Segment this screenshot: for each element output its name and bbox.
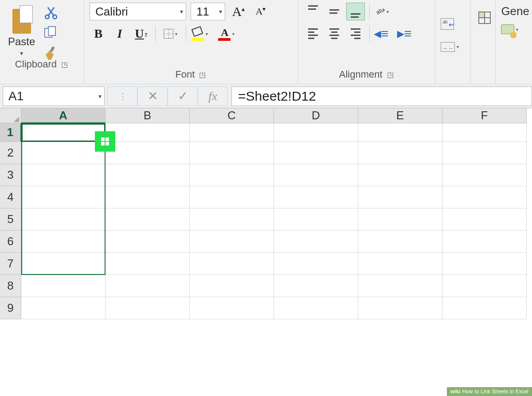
decrease-indent-button[interactable]: ◀	[374, 28, 395, 39]
cell[interactable]	[106, 123, 190, 142]
row-header[interactable]: 7	[0, 253, 21, 275]
cell[interactable]	[21, 275, 106, 297]
cancel-formula-button[interactable]: ✕	[137, 86, 168, 106]
cell[interactable]	[442, 186, 527, 208]
cell[interactable]	[21, 231, 106, 253]
row-header[interactable]: 9	[0, 297, 21, 319]
chevron-down-icon[interactable]: ▾	[232, 31, 235, 36]
cell[interactable]	[190, 253, 274, 275]
chevron-down-icon[interactable]: ▾	[145, 31, 147, 36]
cell[interactable]	[274, 231, 358, 253]
column-header[interactable]: E	[358, 108, 442, 123]
alignment-dialog-launcher[interactable]: ◳	[386, 70, 395, 80]
cut-button[interactable]	[42, 5, 60, 20]
conditional-formatting-button[interactable]	[473, 8, 496, 27]
cell[interactable]	[106, 208, 190, 231]
cell[interactable]	[358, 186, 442, 208]
cell[interactable]	[21, 142, 106, 164]
cell[interactable]	[190, 297, 274, 319]
cell[interactable]	[442, 123, 527, 142]
cell[interactable]	[442, 253, 527, 275]
cell[interactable]	[21, 253, 106, 275]
fill-color-button[interactable]: ▾	[192, 25, 215, 43]
cell[interactable]	[274, 186, 358, 208]
row-header[interactable]: 5	[0, 208, 21, 231]
cell[interactable]	[442, 142, 527, 164]
row-header[interactable]: 4	[0, 186, 21, 208]
cell[interactable]	[106, 231, 190, 253]
enter-formula-button[interactable]: ✓	[168, 86, 198, 106]
cell[interactable]	[106, 142, 190, 164]
paste-button[interactable]: Paste ▾	[5, 3, 38, 59]
increase-indent-button[interactable]: ▶	[397, 28, 418, 39]
cell[interactable]	[190, 231, 274, 253]
cell[interactable]	[358, 208, 442, 231]
chevron-down-icon[interactable]: ▾	[516, 27, 518, 32]
cell[interactable]	[274, 142, 358, 164]
chevron-down-icon[interactable]: ▾	[457, 44, 459, 49]
increase-font-button[interactable]: A▴	[230, 3, 247, 20]
align-left-button[interactable]	[304, 25, 322, 43]
font-dialog-launcher[interactable]: ◳	[198, 70, 207, 80]
row-header[interactable]: 6	[0, 231, 21, 253]
cell[interactable]	[358, 275, 442, 297]
cell[interactable]	[190, 142, 274, 164]
column-header[interactable]: A	[21, 108, 106, 123]
select-all-corner[interactable]	[0, 108, 21, 123]
cell[interactable]	[358, 253, 442, 275]
italic-button[interactable]: I	[111, 25, 129, 43]
orientation-button[interactable]: ab ▾	[374, 6, 396, 17]
cell[interactable]	[190, 275, 274, 297]
cell[interactable]	[358, 231, 442, 253]
chevron-down-icon[interactable]: ▾	[206, 31, 208, 36]
align-right-button[interactable]	[346, 25, 365, 43]
cell[interactable]	[358, 164, 442, 186]
chevron-down-icon[interactable]: ▾	[175, 31, 177, 36]
align-top-button[interactable]	[304, 3, 322, 20]
cell[interactable]	[274, 123, 358, 142]
column-header[interactable]: C	[190, 108, 274, 123]
bold-button[interactable]: B	[90, 25, 107, 43]
cell[interactable]	[190, 164, 274, 186]
cell[interactable]	[358, 123, 442, 142]
insert-function-button[interactable]: fx	[198, 86, 228, 106]
cell[interactable]	[274, 275, 358, 297]
font-color-button[interactable]: A ▾	[218, 25, 241, 43]
row-header[interactable]: 8	[0, 275, 21, 297]
decrease-font-button[interactable]: A▾	[252, 3, 270, 20]
row-header[interactable]: 3	[0, 164, 21, 186]
cell[interactable]	[106, 297, 190, 319]
cell[interactable]	[442, 208, 527, 231]
cell[interactable]	[358, 142, 442, 164]
font-name-combo[interactable]: Calibri ▾	[90, 3, 186, 20]
column-header[interactable]: F	[442, 108, 527, 123]
cell[interactable]	[190, 208, 274, 231]
chevron-down-icon[interactable]: ▾	[387, 9, 389, 14]
cell[interactable]	[358, 297, 442, 319]
cell[interactable]	[21, 164, 106, 186]
cell[interactable]	[106, 275, 190, 297]
cell[interactable]	[21, 208, 106, 231]
cell[interactable]	[106, 186, 190, 208]
cell[interactable]	[21, 123, 106, 142]
cell[interactable]	[190, 123, 274, 142]
accounting-format-button[interactable]: ▾	[501, 24, 529, 34]
column-header[interactable]: B	[106, 108, 190, 123]
cell[interactable]	[190, 186, 274, 208]
cell[interactable]	[442, 275, 527, 297]
wrap-text-button[interactable]: ab↩	[441, 15, 466, 33]
cell[interactable]	[21, 186, 106, 208]
copy-button[interactable]	[42, 26, 60, 40]
align-center-button[interactable]	[325, 25, 344, 43]
merge-cells-button[interactable]: →← ▾	[441, 38, 466, 56]
row-header[interactable]: 1	[0, 123, 21, 142]
cell[interactable]	[274, 297, 358, 319]
chevron-down-icon[interactable]: ▾	[177, 8, 183, 15]
cell[interactable]	[274, 253, 358, 275]
align-bottom-button[interactable]	[346, 3, 365, 20]
font-size-combo[interactable]: 11 ▾	[191, 3, 225, 20]
cell[interactable]	[442, 297, 527, 319]
column-header[interactable]: D	[274, 108, 358, 123]
formula-options-button[interactable]: ⋮	[107, 86, 137, 106]
borders-button[interactable]: ▾	[161, 25, 180, 43]
